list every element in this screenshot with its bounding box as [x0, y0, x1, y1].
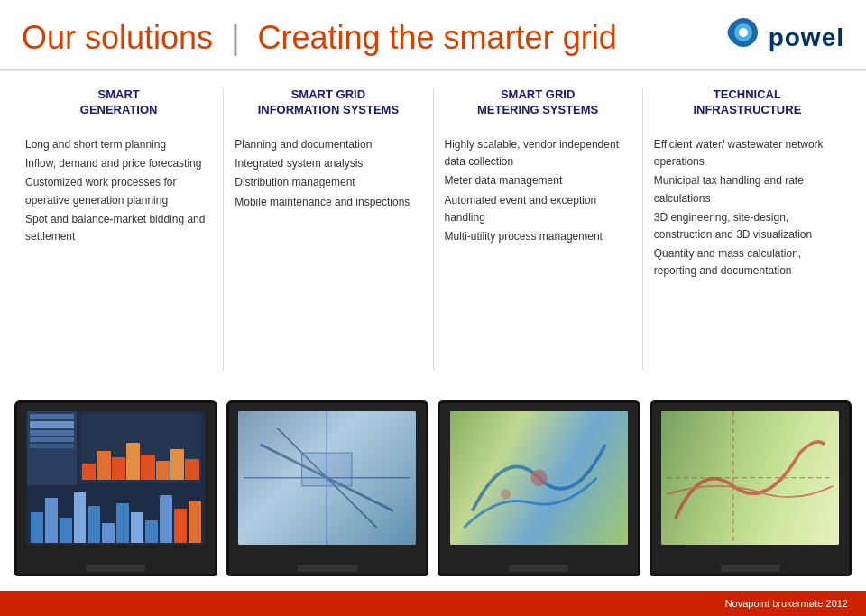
col4-item-4: Quantity and mass calculation, reporting… — [654, 245, 841, 280]
screen-3-stand — [509, 565, 568, 572]
col4-body: Efficient water/ wastewater network oper… — [654, 136, 841, 280]
col1-item-1: Long and short term planning — [25, 136, 212, 153]
title-static: Our solutions — [22, 19, 213, 56]
col3-header: SMART GRID METERING SYSTEMS — [445, 87, 631, 124]
screen-4-technical — [650, 400, 852, 576]
powel-logo-icon — [718, 16, 761, 60]
solutions-grid: SMART GENERATION Long and short term pla… — [0, 71, 866, 378]
screens-showcase — [0, 378, 866, 576]
col4-header: TECHNICAL INFRASTRUCTURE — [654, 87, 841, 124]
screen-1-chart-area — [27, 485, 205, 545]
col1-item-2: Inflow, demand and price forecasting — [25, 155, 212, 172]
col4-item-1: Efficient water/ wastewater network oper… — [654, 136, 841, 170]
svg-point-8 — [530, 470, 547, 486]
logo-text: powel — [769, 23, 844, 52]
col1-header: SMART GENERATION — [25, 87, 212, 124]
footer-text: Novapoint brukermøte 2012 — [725, 598, 848, 609]
col1-body: Long and short term planning Inflow, dem… — [25, 136, 212, 245]
title-dynamic: Creating the smarter grid — [258, 19, 617, 56]
page-footer: Novapoint brukermøte 2012 — [0, 591, 866, 616]
col3-body: Highly scalable, vendor independent data… — [445, 136, 631, 245]
col2-item-1: Planning and documentation — [235, 136, 421, 153]
screen-1-display — [27, 411, 205, 544]
col3-item-2: Meter data management — [445, 172, 631, 189]
screen-1-main-chart — [80, 414, 201, 483]
screen-2-stand — [298, 565, 357, 572]
screen-3-map-svg — [450, 411, 628, 544]
screen-4-stand — [721, 565, 780, 572]
col3-item-3: Automated event and exception handling — [445, 192, 631, 226]
screen-4-display — [661, 411, 839, 544]
col3-item-4: Multi-utility process management — [445, 228, 631, 245]
screen-3-display — [450, 411, 628, 544]
column-smart-grid-metering: SMART GRID METERING SYSTEMS Highly scala… — [434, 87, 643, 371]
page-header: Our solutions | Creating the smarter gri… — [0, 0, 866, 71]
col3-item-1: Highly scalable, vendor independent data… — [445, 136, 631, 170]
svg-point-9 — [501, 490, 511, 500]
screen-1-stand — [86, 565, 145, 572]
column-technical-infrastructure: TECHNICAL INFRASTRUCTURE Efficient water… — [643, 87, 852, 371]
page-title: Our solutions | Creating the smarter gri… — [22, 19, 617, 57]
col2-body: Planning and documentation Integrated sy… — [235, 136, 421, 211]
col4-item-2: Municipal tax handling and rate calculat… — [654, 172, 841, 207]
screen-3-colormap — [438, 400, 640, 576]
screen-1-sidebar — [27, 411, 77, 484]
col2-item-3: Distribution management — [235, 174, 421, 191]
col2-item-4: Mobile maintenance and inspections — [235, 194, 421, 211]
title-separator: | — [231, 19, 239, 56]
screen-2-map-svg — [238, 411, 416, 544]
column-smart-grid-info: SMART GRID INFORMATION SYSTEMS Planning … — [224, 87, 433, 371]
column-smart-generation: SMART GENERATION Long and short term pla… — [14, 87, 224, 371]
col2-item-2: Integrated system analysis — [235, 155, 421, 172]
logo-area: powel — [718, 16, 844, 60]
col1-item-3: Customized work processes for operative … — [25, 174, 212, 208]
col2-header: SMART GRID INFORMATION SYSTEMS — [235, 87, 421, 124]
screen-2-display — [238, 411, 416, 544]
screen-4-map-svg — [661, 411, 839, 544]
col4-item-3: 3D engineering, site-design, constructio… — [654, 209, 841, 244]
screen-1-dashboard — [14, 400, 217, 576]
svg-rect-7 — [302, 454, 352, 487]
svg-point-2 — [739, 28, 748, 37]
screen-2-map — [226, 400, 429, 576]
col1-item-4: Spot and balance-market bidding and sett… — [25, 211, 212, 245]
